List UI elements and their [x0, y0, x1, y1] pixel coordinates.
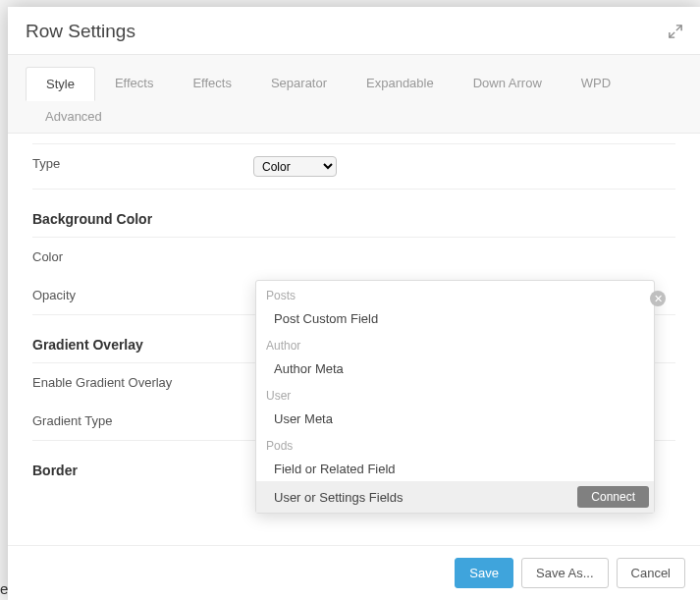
modal-header: Row Settings	[8, 7, 700, 54]
tab-expandable[interactable]: Expandable	[347, 67, 454, 100]
pop-item-label: User or Settings Fields	[274, 490, 404, 505]
pop-item-user-or-settings[interactable]: User or Settings Fields Connect	[256, 481, 654, 513]
pop-item-post-custom-field[interactable]: Post Custom Field	[256, 306, 654, 331]
tab-advanced[interactable]: Advanced	[26, 100, 122, 133]
color-label: Color	[32, 249, 253, 264]
opacity-label: Opacity	[32, 288, 253, 302]
field-type-row: Type Color	[26, 144, 682, 189]
connect-button[interactable]: Connect	[577, 486, 649, 508]
gradient-type-label: Gradient Type	[32, 413, 253, 428]
expand-icon[interactable]	[669, 25, 682, 38]
pop-group-pods: Pods	[256, 431, 654, 457]
save-as-button[interactable]: Save As...	[521, 558, 609, 588]
pop-item-author-meta[interactable]: Author Meta	[256, 356, 654, 381]
tab-effects-1[interactable]: Effects	[95, 67, 174, 100]
field-color-row: Color	[26, 238, 682, 276]
pop-item-field-or-related[interactable]: Field or Related Field	[256, 457, 654, 481]
pop-group-posts: Posts	[256, 281, 654, 306]
tab-style[interactable]: Style	[26, 67, 95, 101]
tab-wpd[interactable]: WPD	[562, 67, 630, 100]
modal-footer: Save Save As... Cancel	[8, 545, 700, 600]
section-background-color: Background Color	[26, 190, 682, 237]
tabs-container: Style Effects Effects Separator Expandab…	[8, 54, 700, 134]
type-control: Color	[253, 156, 675, 177]
type-label: Type	[32, 156, 253, 177]
modal-title: Row Settings	[26, 21, 135, 42]
tabs: Style Effects Effects Separator Expandab…	[26, 67, 682, 133]
cancel-button[interactable]: Cancel	[617, 558, 685, 588]
tab-effects-2[interactable]: Effects	[173, 67, 251, 100]
pop-item-user-meta[interactable]: User Meta	[256, 407, 654, 431]
pop-group-author: Author	[256, 331, 654, 356]
enable-gradient-label: Enable Gradient Overlay	[32, 375, 253, 390]
save-button[interactable]: Save	[455, 558, 513, 588]
dynamic-data-popover: ✕ Posts Post Custom Field Author Author …	[255, 280, 655, 514]
type-select[interactable]: Color	[253, 156, 337, 177]
tab-down-arrow[interactable]: Down Arrow	[454, 67, 562, 100]
close-icon[interactable]: ✕	[650, 291, 666, 306]
color-control[interactable]	[253, 249, 675, 264]
pop-group-user: User	[256, 381, 654, 407]
tab-separator[interactable]: Separator	[251, 67, 347, 100]
